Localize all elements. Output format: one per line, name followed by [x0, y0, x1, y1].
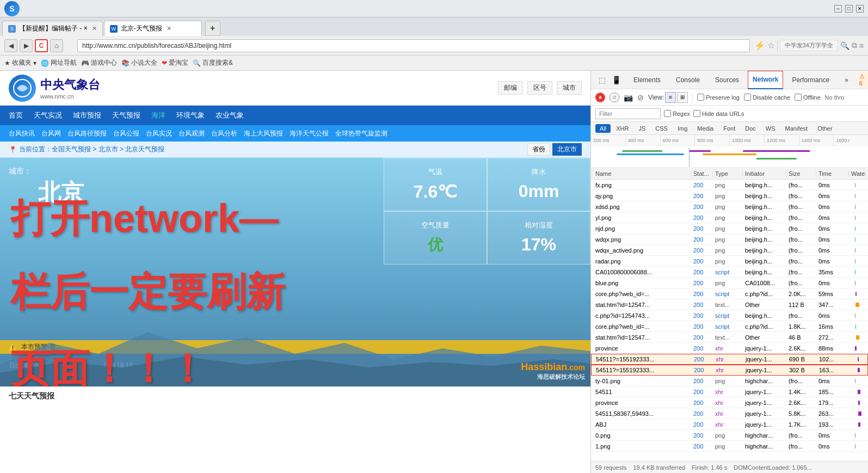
maximize-button[interactable]: □ [845, 5, 853, 13]
devtools-inspect-icon[interactable]: ⬚ [595, 73, 608, 87]
camera-button[interactable]: 📷 [624, 93, 633, 102]
lightning-icon[interactable]: ⚡ [754, 40, 765, 51]
filter-tab-xhr[interactable]: XHR [612, 124, 633, 133]
bookmark-favorites[interactable]: ★ 收藏夹 ▾ [4, 58, 36, 67]
nav-weather-now[interactable]: 天气实况 [34, 110, 62, 120]
subnav-wind-forecast[interactable]: 海上大风预报 [244, 129, 283, 138]
list-view-button[interactable]: ≡ [665, 92, 676, 103]
subnav-typhoon-bulletin[interactable]: 台风公报 [113, 129, 139, 138]
filter-tab-all[interactable]: All [595, 124, 611, 133]
preserve-log-checkbox[interactable] [697, 94, 704, 101]
devtools-tab-performance[interactable]: Performance [785, 71, 836, 89]
tab-1[interactable]: W 北京-天气预报 ✕ [104, 21, 202, 36]
grid-view-button[interactable]: ⊞ [677, 92, 688, 103]
nav-environment[interactable]: 环境气象 [176, 110, 205, 120]
network-row[interactable]: 54511 200 xhr jquery-1... 1.4K... 185... [591, 386, 868, 397]
network-row[interactable]: ABJ 200 xhr jquery-1... 1.7K... 193... [591, 419, 868, 430]
nav-weather-forecast[interactable]: 天气预报 [112, 110, 140, 120]
network-row[interactable]: qy.png 200 png beijing.h... (fro... 0ms [591, 191, 868, 201]
network-row[interactable]: wdqx.png 200 png beijing.h... (fro... 0m… [591, 234, 868, 245]
filter-tab-media[interactable]: Media [693, 124, 718, 133]
menu-icon[interactable]: ≡ [859, 41, 864, 50]
col-size[interactable]: Size [786, 170, 816, 177]
subnav-typhoon-news[interactable]: 台风快讯 [9, 129, 35, 138]
filter-input[interactable] [595, 108, 661, 119]
close-button[interactable]: ✕ [856, 5, 864, 13]
tab-0[interactable]: S 【新提醒】编辑帖子 - × ✕ [2, 21, 103, 36]
stop-button[interactable]: ⊘ [610, 93, 619, 102]
minimize-button[interactable]: ─ [834, 5, 842, 13]
network-row[interactable]: 54511?=155192333... 200 xhr jquery-1... … [591, 354, 868, 365]
filter-tab-ws[interactable]: WS [761, 124, 780, 133]
subnav-typhoon-analysis[interactable]: 台风分析 [211, 129, 237, 138]
filter-tab-css[interactable]: CSS [651, 124, 672, 133]
network-row[interactable]: stat.htm?id=12547... 200 text... Other 4… [591, 332, 868, 343]
nav-home[interactable]: 首页 [9, 110, 23, 120]
offline-label[interactable]: Offline [795, 94, 821, 101]
devtools-tab-elements[interactable]: Elements [627, 71, 667, 89]
network-row[interactable]: stat.htm?id=12547... 200 text... Other 1… [591, 299, 868, 310]
bookmark-baidu[interactable]: 🔍 百度搜索& [193, 58, 233, 67]
address-bar[interactable] [77, 39, 750, 52]
network-row[interactable]: blue.png 200 png CA01008... (fro... 0ms [591, 278, 868, 288]
filter-tab-font[interactable]: Font [719, 124, 740, 133]
filter-tab-other[interactable]: Other [813, 124, 837, 133]
search-icon[interactable]: 🔍 [840, 41, 849, 50]
chengshi-button[interactable]: 城市 [557, 81, 582, 95]
copy-icon[interactable]: ⧉ [852, 41, 857, 50]
col-time[interactable]: Time [816, 170, 849, 177]
search-engine[interactable]: 中学发34万字学全 [780, 40, 838, 51]
nav-city-forecast[interactable]: 城市预报 [73, 110, 101, 120]
home-button[interactable]: ⌂ [50, 39, 63, 52]
network-row[interactable]: core.php?web_id=... 200 script c.php?id.… [591, 321, 868, 332]
col-type[interactable]: Type [713, 170, 743, 177]
regex-checkbox[interactable] [664, 110, 671, 117]
filter-tab-doc[interactable]: Doc [741, 124, 760, 133]
network-row[interactable]: 1.png 200 png highchar... (fro... 0ms [591, 441, 868, 452]
network-row[interactable]: 54511,58367,59493... 200 xhr jquery-1...… [591, 408, 868, 419]
tab-close-0[interactable]: ✕ [92, 25, 97, 32]
subnav-ocean-observation[interactable]: 台风观测 [178, 129, 205, 138]
subnav-typhoon-path[interactable]: 台风路径预报 [67, 129, 107, 138]
devtools-mobile-icon[interactable]: 📱 [610, 73, 623, 87]
network-row[interactable]: yl.png 200 png beijing.h... (fro... 0ms [591, 212, 868, 223]
network-row[interactable]: core.php?web_id=... 200 script c.php?id.… [591, 288, 868, 299]
offline-checkbox[interactable] [795, 94, 802, 101]
tab-close-1[interactable]: ✕ [167, 25, 171, 32]
col-name[interactable]: Name [593, 170, 691, 177]
network-row[interactable]: ty-01.png 200 png highchar... (fro... 0m… [591, 376, 868, 386]
subnav-typhoon-actual[interactable]: 台风实况 [146, 129, 172, 138]
network-row[interactable]: province 200 xhr jquery-1... 2.6K... 88m… [591, 343, 868, 354]
bookmark-novels[interactable]: 📚 小说大全 [121, 58, 157, 67]
network-row[interactable]: CA0100800006088... 200 script beijing.h.… [591, 267, 868, 278]
beijing-button[interactable]: 北京市 [552, 143, 582, 156]
nav-ocean[interactable]: 海洋 [151, 110, 165, 120]
hide-data-urls-label[interactable]: Hide data URLs [693, 110, 744, 117]
filter-tab-js[interactable]: JS [634, 124, 650, 133]
bookmark-games[interactable]: 🎮 游戏中心 [81, 58, 117, 67]
network-row[interactable]: wdqx_actived.png 200 png beijing.h... (f… [591, 245, 868, 256]
filter-button[interactable]: ⊘ [637, 93, 644, 102]
refresh-button[interactable]: C [35, 39, 48, 52]
network-row[interactable]: c.php?id=1254743... 200 script beijing.h… [591, 310, 868, 321]
bookmark-nav[interactable]: 🌐 网址导航 [41, 58, 77, 67]
devtools-tab-more[interactable]: » [838, 71, 855, 89]
new-tab-button[interactable]: + [205, 21, 220, 36]
hide-data-urls-checkbox[interactable] [693, 110, 700, 117]
network-row[interactable]: 54511?=155192333... 200 xhr jquery-1... … [591, 365, 868, 376]
network-row[interactable]: province 200 xhr jquery-1... 2.6K... 179… [591, 397, 868, 408]
col-waterfall[interactable]: Waterfall 1.00 s ▲ [849, 170, 866, 177]
youbian-button[interactable]: 邮编 [498, 81, 523, 95]
regex-label[interactable]: Regex [664, 110, 690, 117]
back-button[interactable]: ◀ [4, 39, 17, 52]
record-button[interactable]: ● [595, 93, 605, 102]
network-row[interactable]: xdsd.png 200 png beijing.h... (fro... 0m… [591, 201, 868, 212]
col-status[interactable]: Stat... [691, 170, 713, 177]
nav-agriculture[interactable]: 农业气象 [216, 110, 244, 120]
filter-tab-manifest[interactable]: Manifest [781, 124, 812, 133]
devtools-tab-console[interactable]: Console [669, 71, 706, 89]
network-row[interactable]: njd.png 200 png beijing.h... (fro... 0ms [591, 223, 868, 234]
bookmark-taobao[interactable]: ❤ 爱淘宝 [162, 58, 188, 67]
network-row[interactable]: 0.png 200 png highchar... (fro... 0ms [591, 430, 868, 441]
quhao-button[interactable]: 区号 [527, 81, 552, 95]
